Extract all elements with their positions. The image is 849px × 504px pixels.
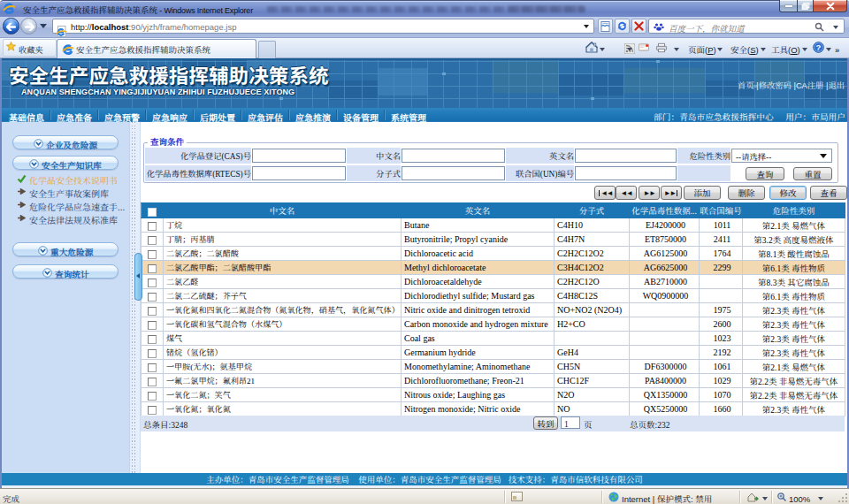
- svg-text:?: ?: [816, 42, 822, 52]
